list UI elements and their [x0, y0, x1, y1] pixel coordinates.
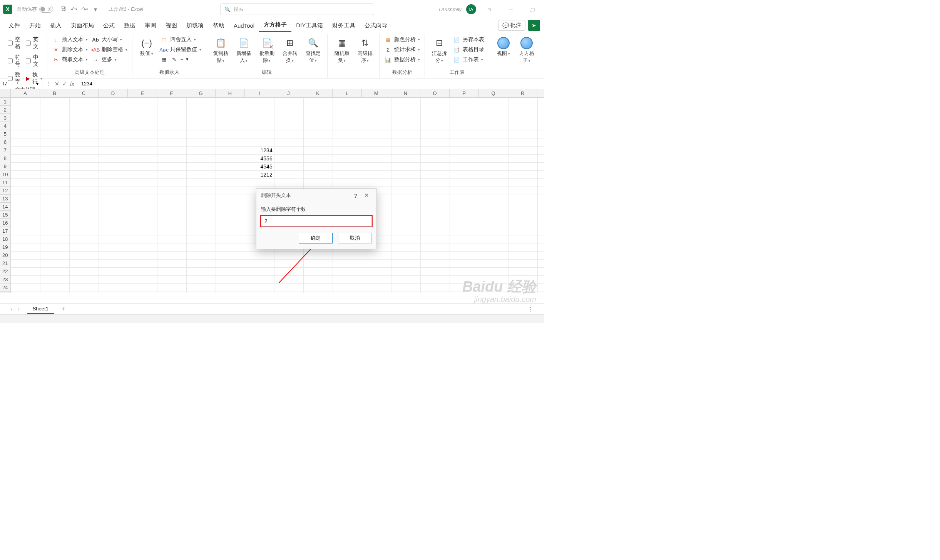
- summary-button[interactable]: ⊟汇总拆分: [430, 35, 449, 64]
- tab-review[interactable]: 审阅: [140, 20, 161, 32]
- col-header-M[interactable]: M: [362, 89, 391, 97]
- view-button[interactable]: 视图: [494, 35, 513, 57]
- row-header-12[interactable]: 12: [0, 187, 11, 195]
- row-header-14[interactable]: 14: [0, 203, 11, 211]
- del-space-button[interactable]: xAB删除空格: [92, 46, 127, 53]
- col-header-H[interactable]: H: [216, 89, 245, 97]
- merge-button[interactable]: ⊞合并转换: [280, 35, 299, 64]
- row-header-10[interactable]: 10: [0, 170, 11, 178]
- find-button[interactable]: 🔍查找定位: [303, 35, 323, 64]
- qat-more-icon[interactable]: ▾: [90, 4, 101, 15]
- accept-formula-icon[interactable]: ✓: [62, 81, 67, 87]
- tab-layout[interactable]: 页面布局: [66, 20, 99, 32]
- more-button[interactable]: →更多: [92, 56, 127, 63]
- tab-help[interactable]: 帮助: [208, 20, 229, 32]
- sheet-prev-icon[interactable]: ‹: [11, 306, 12, 312]
- col-header-N[interactable]: N: [391, 89, 420, 97]
- row-header-1[interactable]: 1: [0, 98, 11, 106]
- delete-text-button[interactable]: ✕删除文本: [52, 46, 88, 53]
- tab-insert[interactable]: 插入: [45, 20, 66, 32]
- formula-input[interactable]: 1234: [78, 81, 544, 87]
- share-button[interactable]: ➤: [528, 20, 540, 31]
- comment-button[interactable]: 💬 批注: [498, 20, 525, 31]
- round-button[interactable]: ⬚四舍五入: [160, 36, 201, 43]
- toc-button[interactable]: 📑表格目录: [453, 46, 484, 53]
- row-header-16[interactable]: 16: [0, 219, 11, 227]
- col-header-K[interactable]: K: [303, 89, 333, 97]
- tab-data[interactable]: 数据: [119, 20, 140, 32]
- row-header-21[interactable]: 21: [0, 259, 11, 267]
- data-analysis-button[interactable]: 📊数据分析: [384, 56, 420, 63]
- random-button[interactable]: ▦随机重复: [332, 35, 351, 64]
- color-analysis-button[interactable]: ▦颜色分析: [384, 36, 420, 43]
- row-header-25[interactable]: 25: [0, 292, 11, 293]
- col-header-P[interactable]: P: [450, 89, 479, 97]
- tab-audtool[interactable]: AudTool: [229, 20, 259, 31]
- row-header-4[interactable]: 4: [0, 122, 11, 130]
- col-header-O[interactable]: O: [420, 89, 450, 97]
- case-button[interactable]: Ab大小写: [92, 36, 127, 43]
- sort-button[interactable]: ⇅高级排序: [355, 35, 375, 64]
- char-count-input[interactable]: [261, 216, 372, 227]
- dialog-close-icon[interactable]: ✕: [361, 192, 372, 199]
- tab-addins[interactable]: 加载项: [182, 20, 208, 32]
- cell-I8[interactable]: 4556: [245, 154, 274, 162]
- col-header-E[interactable]: E: [128, 89, 157, 97]
- row-header-20[interactable]: 20: [0, 251, 11, 259]
- cell-I9[interactable]: 4545: [245, 162, 274, 170]
- ok-button[interactable]: 确定: [299, 233, 333, 243]
- numval-button[interactable]: (−) 数值: [137, 35, 156, 57]
- check-symbol[interactable]: 符号: [8, 54, 22, 68]
- row-header-3[interactable]: 3: [0, 114, 11, 122]
- insert-text-button[interactable]: ↓插入文本: [52, 36, 88, 43]
- sheet-next-icon[interactable]: ›: [18, 306, 19, 312]
- new-insert-button[interactable]: 📄新增插入: [234, 35, 253, 64]
- sheet-tab-1[interactable]: Sheet1: [27, 304, 54, 314]
- save-icon[interactable]: 🖫: [58, 4, 69, 15]
- undo-icon[interactable]: ↶: [69, 4, 79, 15]
- fx-icon[interactable]: fx: [70, 81, 74, 87]
- row-header-6[interactable]: 6: [0, 138, 11, 146]
- tab-finance[interactable]: 财务工具: [328, 20, 360, 32]
- cancel-formula-icon[interactable]: ✕: [55, 81, 59, 87]
- misc-row[interactable]: ▦✎＋ ▾: [160, 56, 201, 62]
- row-header-7[interactable]: 7: [0, 146, 11, 154]
- tab-home[interactable]: 开始: [25, 20, 45, 32]
- row-header-22[interactable]: 22: [0, 267, 11, 275]
- cell-I7[interactable]: 1234: [245, 146, 274, 154]
- row-header-24[interactable]: 24: [0, 283, 11, 292]
- tab-file[interactable]: 文件: [4, 20, 25, 32]
- redo-icon[interactable]: ↷: [79, 4, 90, 15]
- worksheet-button[interactable]: 📄工作表: [453, 56, 484, 63]
- autosave-toggle[interactable]: 自动保存 关: [17, 6, 53, 13]
- name-box[interactable]: I7 ▾: [0, 78, 42, 89]
- select-all-corner[interactable]: [0, 89, 11, 97]
- col-header-C[interactable]: C: [69, 89, 99, 97]
- check-space[interactable]: 空格: [8, 36, 22, 50]
- toggle-switch[interactable]: 关: [39, 6, 53, 13]
- col-header-J[interactable]: J: [274, 89, 303, 97]
- minimize-icon[interactable]: ─: [502, 3, 519, 15]
- row-header-18[interactable]: 18: [0, 235, 11, 243]
- check-chinese[interactable]: 中文: [26, 54, 42, 68]
- row-header-15[interactable]: 15: [0, 211, 11, 219]
- row-header-2[interactable]: 2: [0, 106, 11, 114]
- savecopy-button[interactable]: 📄另存本表: [453, 36, 484, 43]
- row-header-9[interactable]: 9: [0, 162, 11, 170]
- name-box-more-icon[interactable]: ⋮: [46, 81, 52, 87]
- tab-view[interactable]: 视图: [161, 20, 182, 32]
- avatar[interactable]: IA: [466, 4, 476, 14]
- cut-text-button[interactable]: ✂截取文本: [52, 56, 88, 63]
- col-header-A[interactable]: A: [11, 89, 40, 97]
- row-header-19[interactable]: 19: [0, 243, 11, 251]
- col-header-Q[interactable]: Q: [479, 89, 508, 97]
- dialog-titlebar[interactable]: 删除开头文本 ? ✕: [256, 189, 376, 202]
- row-header-8[interactable]: 8: [0, 154, 11, 162]
- row-header-17[interactable]: 17: [0, 227, 11, 235]
- dialog-help-icon[interactable]: ?: [350, 192, 361, 199]
- sheet-divider-icon[interactable]: ⋮: [528, 306, 541, 312]
- maximize-icon[interactable]: ▢: [524, 3, 541, 15]
- pen-icon[interactable]: ✎: [481, 3, 498, 15]
- row-header-5[interactable]: 5: [0, 130, 11, 138]
- col-header-D[interactable]: D: [99, 89, 128, 97]
